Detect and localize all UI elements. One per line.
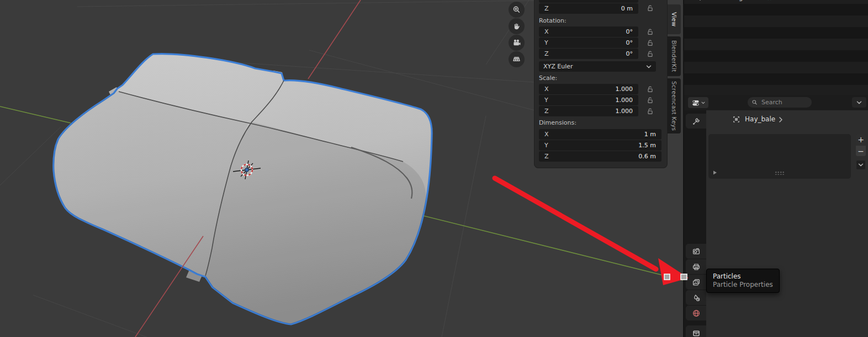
location-y-field[interactable]: Y 0 m <box>539 0 638 3</box>
rotation-z-field[interactable]: Z 0° <box>539 49 638 59</box>
blender-window: Y 0 m Z 0 m Rotation: X 0° Y 0° Z 0° XYZ… <box>0 0 868 337</box>
scale-y-field[interactable]: Y 1.000 <box>539 95 638 105</box>
list-add-button[interactable]: + <box>856 134 866 145</box>
outliner-row-light[interactable]: Light <box>684 0 868 4</box>
expand-triangle-icon[interactable] <box>712 170 718 175</box>
properties-body: Hay_bale + − <box>684 110 868 337</box>
hay-bale-object[interactable] <box>54 54 432 324</box>
view-layer-icon <box>692 278 701 287</box>
zoom-gizmo-button[interactable] <box>509 2 525 18</box>
properties-options-button[interactable] <box>852 97 866 108</box>
properties-editor-icon <box>691 99 700 107</box>
outliner: Light <box>684 0 868 95</box>
tool-icon <box>692 117 701 126</box>
perspective-toggle-gizmo-button[interactable] <box>509 51 525 67</box>
rotation-mode-dropdown[interactable]: XYZ Euler <box>539 61 656 72</box>
sidebar-tab-screencast-keys[interactable]: Screencast Keys <box>668 78 681 133</box>
location-z-field[interactable]: Z 0 m <box>539 3 638 14</box>
printer-icon <box>692 263 701 271</box>
tab-collection[interactable] <box>686 325 706 337</box>
light-icon <box>722 0 729 1</box>
dimension-x-field[interactable]: X 1 m <box>539 129 661 140</box>
object-origin <box>245 168 249 172</box>
resize-grip[interactable] <box>775 171 785 175</box>
lock-icon[interactable] <box>646 0 654 1</box>
render-camera-icon <box>692 247 701 256</box>
lock-icon[interactable] <box>646 4 654 12</box>
outliner-item-label[interactable]: Light <box>733 0 750 1</box>
scale-section-label: Scale: <box>539 74 557 82</box>
chevron-down-icon <box>858 163 864 167</box>
particles-tooltip: Particles Particle Properties <box>706 269 780 293</box>
scene-icon <box>692 293 701 302</box>
tooltip-title: Particles <box>713 272 773 280</box>
dimensions-section-label: Dimensions: <box>539 119 576 126</box>
breadcrumb: Hay_bale <box>706 114 868 126</box>
lock-icon[interactable] <box>646 50 654 58</box>
object-icon <box>732 115 740 124</box>
properties-header <box>684 95 868 110</box>
chevron-down-icon <box>646 65 652 68</box>
chevron-down-icon <box>856 101 862 104</box>
list-remove-button[interactable]: − <box>856 146 866 156</box>
tab-render[interactable] <box>686 244 706 259</box>
pan-gizmo-button[interactable] <box>509 18 525 34</box>
y-axis-line <box>0 106 71 123</box>
chevron-down-icon <box>701 101 705 104</box>
light-data-icon <box>766 0 773 1</box>
x-axis-line <box>308 0 361 79</box>
render-visibility-camera-icon[interactable] <box>856 0 864 1</box>
chevron-right-icon[interactable] <box>711 0 717 1</box>
list-specials-button[interactable] <box>856 160 866 170</box>
rotation-y-field[interactable]: Y 0° <box>539 38 638 48</box>
sidebar-tab-blenderkit[interactable]: BlenderKit <box>668 36 681 76</box>
lock-icon[interactable] <box>646 107 654 115</box>
scale-x-field[interactable]: X 1.000 <box>539 84 638 94</box>
eye-icon[interactable] <box>843 0 851 1</box>
tab-world[interactable] <box>686 306 706 320</box>
chevron-right-icon <box>778 116 784 123</box>
tab-output[interactable] <box>686 259 706 274</box>
search-icon <box>751 99 758 105</box>
editor-type-button[interactable] <box>688 97 708 108</box>
transform-panel: Y 0 m Z 0 m Rotation: X 0° Y 0° Z 0° XYZ… <box>534 0 667 168</box>
properties-search-box[interactable] <box>748 97 812 108</box>
scale-z-field[interactable]: Z 1.000 <box>539 106 638 116</box>
outliner-row-stripes <box>684 0 868 95</box>
dimension-y-field[interactable]: Y 1.5 m <box>539 140 661 151</box>
grid-icon <box>512 55 521 64</box>
rotation-x-field[interactable]: X 0° <box>539 26 638 37</box>
camera-icon <box>512 38 521 47</box>
breadcrumb-object-name[interactable]: Hay_bale <box>745 115 775 123</box>
tree-line <box>700 0 701 1</box>
tooltip-subtitle: Particle Properties <box>713 281 773 288</box>
search-input[interactable] <box>760 98 807 106</box>
tab-scene[interactable] <box>686 290 706 305</box>
magnifier-plus-icon <box>512 5 521 14</box>
sidebar-tab-view[interactable]: View <box>668 4 681 34</box>
hand-icon <box>512 22 521 31</box>
lock-icon[interactable] <box>646 28 654 36</box>
tab-view-layer[interactable] <box>686 275 706 290</box>
rotation-section-label: Rotation: <box>539 17 567 24</box>
world-globe-icon <box>692 309 701 318</box>
particle-systems-list <box>708 134 851 179</box>
y-axis-line <box>403 211 683 280</box>
lock-icon[interactable] <box>646 85 654 93</box>
camera-view-gizmo-button[interactable] <box>509 35 525 51</box>
dimension-z-field[interactable]: Z 0.6 m <box>539 151 661 162</box>
tab-tool[interactable] <box>686 114 706 129</box>
collection-box-icon <box>692 329 701 337</box>
lock-icon[interactable] <box>646 96 654 104</box>
lock-icon[interactable] <box>646 39 654 47</box>
